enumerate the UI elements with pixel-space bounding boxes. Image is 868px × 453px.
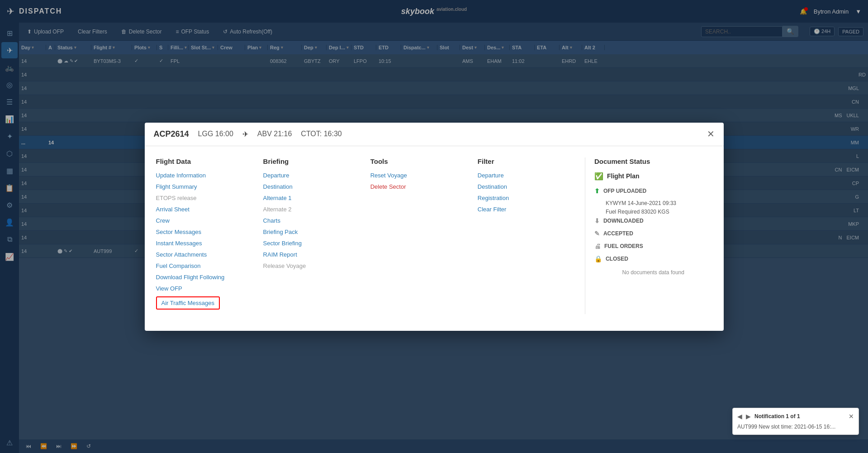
tools-title: Tools — [370, 157, 469, 165]
link-view-ofp[interactable]: View OFP — [156, 285, 254, 292]
modal-flight-id: ACP2614 — [154, 129, 189, 139]
link-destination[interactable]: Destination — [263, 183, 361, 190]
link-sector-briefing[interactable]: Sector Briefing — [263, 240, 361, 247]
link-delete-sector[interactable]: Delete Sector — [370, 183, 469, 190]
flight-plan-title: ✅ Flight Plan — [594, 172, 712, 181]
link-release-voyage: Release Voyage — [263, 262, 361, 269]
notification-title: Notification 1 of 1 — [754, 413, 845, 420]
closed-item: 🔒 CLOSED — [594, 255, 712, 262]
modal-arrow-icon: ✈ — [242, 130, 248, 138]
modal-close-button[interactable]: ✕ — [707, 129, 715, 138]
document-status-title: Document Status — [594, 157, 712, 165]
briefing-title: Briefing — [263, 157, 361, 165]
download-doc-icon: ⬇ — [594, 217, 600, 224]
link-alternate2: Alternate 2 — [263, 206, 361, 213]
link-briefing-pack[interactable]: Briefing Pack — [263, 229, 361, 235]
no-docs-text: No documents data found — [594, 269, 712, 276]
link-etops-release: ETOPS release — [156, 195, 254, 201]
link-crew[interactable]: Crew — [156, 217, 254, 224]
fuel-required: Fuel Required 83020 KGS — [594, 209, 712, 215]
filter-title: Filter — [478, 157, 576, 165]
notification-box: ◀ ▶ Notification 1 of 1 ✕ AUT999 New slo… — [732, 408, 859, 435]
link-arrival-sheet[interactable]: Arrival Sheet — [156, 206, 254, 213]
filter-column: Filter Departure Destination Registratio… — [478, 157, 585, 314]
ofp-date: KYWYM 14-June-2021 09:33 — [594, 200, 712, 206]
notif-prev-button[interactable]: ◀ — [737, 413, 742, 420]
ofp-uploaded-item: ⬆ OFP UPLOADED — [594, 187, 712, 195]
link-sector-attachments[interactable]: Sector Attachments — [156, 251, 254, 258]
tools-column: Tools Reset Voyage Delete Sector — [370, 157, 478, 314]
link-departure[interactable]: Departure — [263, 172, 361, 179]
flight-data-column: Flight Data Update Information Flight Su… — [156, 157, 263, 314]
notification-close-button[interactable]: ✕ — [849, 413, 854, 420]
accepted-doc-icon: ✎ — [594, 230, 600, 237]
modal-abv: ABV 21:16 — [257, 130, 292, 138]
link-filter-registration[interactable]: Registration — [478, 195, 576, 201]
downloaded-item: ⬇ DOWNLOADED — [594, 217, 712, 224]
flight-plan-check-icon: ✅ — [594, 172, 603, 181]
modal-lgg: LGG 16:00 — [198, 130, 233, 138]
modal-body: Flight Data Update Information Flight Su… — [145, 146, 724, 325]
link-flight-summary[interactable]: Flight Summary — [156, 183, 254, 190]
link-clear-filter[interactable]: Clear Filter — [478, 206, 576, 213]
upload-doc-icon: ⬆ — [594, 187, 600, 195]
link-filter-destination[interactable]: Destination — [478, 183, 576, 190]
fuel-orders-item: 🖨 FUEL ORDERS — [594, 243, 712, 250]
closed-doc-icon: 🔒 — [594, 255, 602, 262]
link-reset-voyage[interactable]: Reset Voyage — [370, 172, 469, 179]
notif-next-button[interactable]: ▶ — [746, 413, 751, 420]
modal-overlay: ACP2614 LGG 16:00 ✈ ABV 21:16 CTOT: 16:3… — [0, 0, 868, 453]
link-update-information[interactable]: Update Information — [156, 172, 254, 179]
modal-header: ACP2614 LGG 16:00 ✈ ABV 21:16 CTOT: 16:3… — [145, 123, 724, 146]
modal-ctot: CTOT: 16:30 — [301, 130, 342, 138]
link-alternate1[interactable]: Alternate 1 — [263, 195, 361, 201]
link-raim-report[interactable]: RAIM Report — [263, 251, 361, 258]
document-status-column: Document Status ✅ Flight Plan ⬆ OFP UPLO… — [585, 157, 712, 314]
flight-data-title: Flight Data — [156, 157, 254, 165]
link-instant-messages[interactable]: Instant Messages — [156, 240, 254, 247]
briefing-column: Briefing Departure Destination Alternate… — [263, 157, 370, 314]
notification-text: AUT999 New slot time: 2021-06-15 16:... — [737, 424, 854, 430]
fuel-orders-icon: 🖨 — [594, 243, 601, 250]
link-download-flight-following[interactable]: Download Flight Following — [156, 274, 254, 281]
link-air-traffic-messages[interactable]: Air Traffic Messages — [156, 296, 220, 310]
link-fuel-comparison[interactable]: Fuel Comparison — [156, 262, 254, 269]
link-charts[interactable]: Charts — [263, 217, 361, 224]
accepted-item: ✎ ACCEPTED — [594, 230, 712, 237]
link-sector-messages[interactable]: Sector Messages — [156, 229, 254, 235]
link-filter-departure[interactable]: Departure — [478, 172, 576, 179]
notification-header: ◀ ▶ Notification 1 of 1 ✕ — [737, 413, 854, 420]
flight-modal: ACP2614 LGG 16:00 ✈ ABV 21:16 CTOT: 16:3… — [145, 123, 724, 331]
